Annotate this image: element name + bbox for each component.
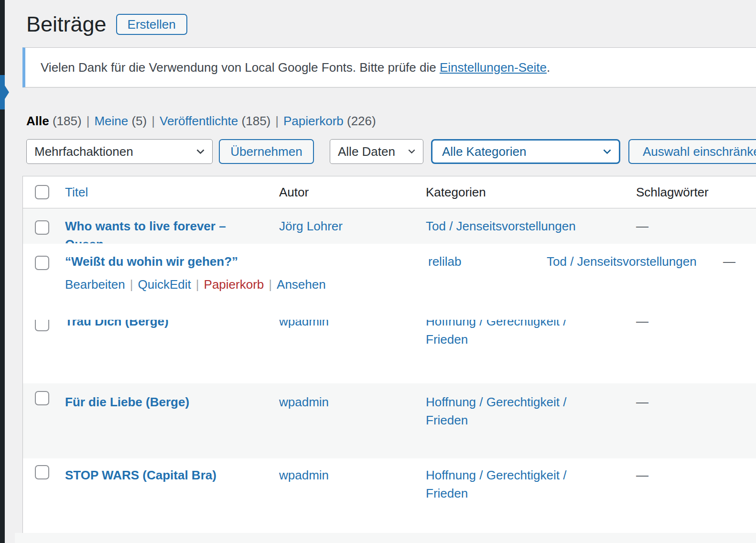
posts-table: Titel Autor Kategorien Schlagwörter Who … — [22, 176, 756, 533]
tags-empty-dash: — — [636, 217, 648, 235]
table-row: “Weißt du wohin wir gehen?” Bearbeiten|Q… — [23, 244, 756, 320]
action-separator: | — [125, 277, 138, 292]
filter-mine-count: (5) — [131, 114, 147, 128]
post-title-link[interactable]: STOP WARS (Capital Bra) — [65, 466, 216, 484]
wordpress-posts-page: Beiträge Erstellen Vielen Dank für die V… — [0, 0, 756, 543]
chevron-down-icon — [603, 149, 611, 154]
tags-empty-dash: — — [636, 466, 648, 484]
notice-banner: Vielen Dank für die Verwendung von Local… — [22, 47, 756, 87]
table-footer-strip — [15, 533, 756, 543]
filter-trash-count: (226) — [347, 114, 376, 128]
status-filter-links: Alle (185)|Meine (5)|Veröffentlichte (18… — [26, 114, 376, 129]
filter-separator: | — [270, 114, 283, 128]
filter-all-label[interactable]: Alle — [26, 114, 49, 128]
categories-line2: Frieden — [426, 330, 566, 348]
page-header: Beiträge Erstellen — [26, 11, 187, 38]
chevron-down-icon — [408, 149, 415, 154]
row-checkbox[interactable] — [35, 220, 49, 235]
trash-action-link[interactable]: Papierkorb — [204, 277, 264, 292]
row-checkbox[interactable] — [35, 256, 49, 270]
author-link[interactable]: wpadmin — [279, 466, 329, 484]
action-separator: | — [264, 277, 277, 292]
post-title-link[interactable]: Trau Dich (Berge) — [65, 320, 169, 330]
bulk-actions-value: Mehrfachaktionen — [34, 144, 133, 159]
categories-line2: Frieden — [426, 411, 566, 429]
row-checkbox[interactable] — [35, 391, 49, 405]
categories-link[interactable]: Tod / Jenseitsvorstellungen — [426, 217, 576, 235]
tags-empty-dash: — — [723, 252, 735, 271]
post-title-link[interactable]: “Weißt du wohin wir gehen?” — [65, 252, 238, 271]
tags-empty-dash: — — [636, 393, 648, 411]
view-action-link[interactable]: Ansehen — [277, 277, 326, 292]
post-title-link-line2[interactable]: Queen — [65, 235, 226, 243]
categories-link[interactable]: Hoffnung / Gerechtigkeit /Frieden — [426, 393, 566, 429]
list-controls: Mehrfachaktionen Übernehmen Alle Daten A… — [26, 139, 756, 164]
column-header-title[interactable]: Titel — [65, 176, 88, 208]
table-row: Trau Dich (Berge) wpadmin Hoffnung / Ger… — [23, 320, 756, 383]
filter-button[interactable]: Auswahl einschränken — [628, 139, 756, 164]
post-title-link[interactable]: Who wants to live forever – — [65, 217, 226, 235]
quickedit-action-link[interactable]: QuickEdit — [138, 277, 191, 292]
post-title-wrap: Who wants to live forever – Queen — [65, 217, 226, 243]
sidebar-active-arrow-icon — [5, 86, 9, 99]
categories-value: Alle Kategorien — [442, 144, 526, 159]
tags-empty-dash: — — [636, 320, 648, 330]
categories-select[interactable]: Alle Kategorien — [431, 139, 620, 164]
author-link[interactable]: wpadmin — [279, 393, 329, 411]
categories-link[interactable]: Hoffnung / Gerechtigkeit /Frieden — [426, 466, 566, 502]
filter-separator: | — [147, 114, 160, 128]
chevron-down-icon — [196, 149, 205, 154]
notice-text-end: . — [547, 60, 550, 75]
select-all-checkbox[interactable] — [35, 185, 49, 199]
settings-page-link[interactable]: Einstellungen-Seite — [440, 60, 547, 75]
filter-published-link[interactable]: Veröffentlichte — [160, 114, 238, 128]
action-separator: | — [191, 277, 204, 292]
categories-link[interactable]: Tod / Jenseitsvorstellungen — [547, 252, 697, 271]
categories-line1: Hoffnung / Gerechtigkeit / — [426, 393, 566, 411]
notice-text: Vielen Dank für die Verwendung von Local… — [41, 60, 440, 75]
column-header-categories: Kategorien — [426, 176, 486, 208]
author-link[interactable]: relilab — [428, 252, 461, 271]
table-row: STOP WARS (Capital Bra) wpadmin Hoffnung… — [23, 458, 756, 533]
author-link[interactable]: wpadmin — [279, 320, 329, 330]
column-header-author: Autor — [279, 176, 309, 208]
categories-link[interactable]: Hoffnung / Gerechtigkeit /Frieden — [426, 320, 566, 348]
row-actions: Bearbeiten|QuickEdit|Papierkorb|Ansehen — [65, 275, 326, 293]
categories-line2: Frieden — [426, 484, 566, 502]
filter-trash-link[interactable]: Papierkorb — [283, 114, 344, 128]
column-header-tags: Schlagwörter — [636, 176, 709, 208]
author-link[interactable]: Jörg Lohrer — [279, 217, 343, 235]
table-row: Für die Liebe (Berge) wpadmin Hoffnung /… — [23, 383, 756, 458]
table-row: Who wants to live forever – Queen Jörg L… — [23, 208, 756, 244]
edit-action-link[interactable]: Bearbeiten — [65, 277, 125, 292]
dates-select[interactable]: Alle Daten — [330, 139, 423, 164]
create-post-button[interactable]: Erstellen — [116, 14, 187, 35]
post-title-link[interactable]: Für die Liebe (Berge) — [65, 393, 189, 411]
categories-line1: Hoffnung / Gerechtigkeit / — [426, 466, 566, 484]
filter-published-count: (185) — [242, 114, 271, 128]
bulk-actions-select[interactable]: Mehrfachaktionen — [26, 139, 213, 164]
sidebar-active-menu-indicator — [0, 75, 5, 109]
table-header-row: Titel Autor Kategorien Schlagwörter — [23, 176, 756, 208]
page-title: Beiträge — [26, 11, 107, 38]
dates-value: Alle Daten — [338, 144, 395, 159]
filter-all-count: (185) — [53, 114, 82, 128]
row-checkbox[interactable] — [35, 320, 49, 331]
filter-mine-link[interactable]: Meine — [94, 114, 128, 128]
apply-button[interactable]: Übernehmen — [219, 139, 314, 164]
categories-line1: Hoffnung / Gerechtigkeit / — [426, 320, 566, 330]
row-checkbox[interactable] — [35, 465, 49, 479]
filter-separator: | — [82, 114, 95, 128]
